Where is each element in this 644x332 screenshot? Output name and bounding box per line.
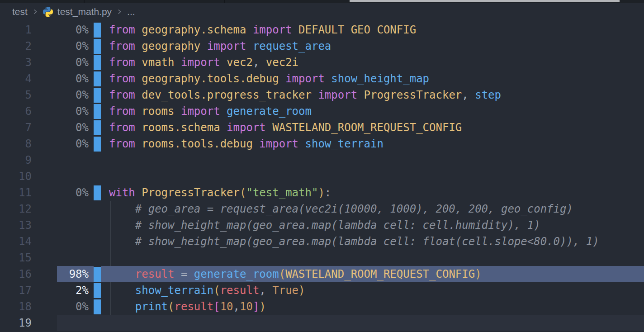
- line-number[interactable]: 13: [0, 217, 32, 233]
- python-icon: [43, 7, 53, 17]
- code-line[interactable]: 10: [0, 168, 644, 185]
- coverage-block: [94, 38, 101, 54]
- line-number[interactable]: 5: [0, 87, 32, 103]
- code-line[interactable]: 180% print(result[10,10]): [0, 299, 644, 315]
- code-line[interactable]: 9: [0, 152, 644, 168]
- code-text: print(result[10,10]): [109, 299, 266, 315]
- profile-percentage: [32, 315, 89, 331]
- coverage-block: [94, 136, 101, 152]
- gutter-slot: [94, 119, 101, 136]
- code-text: result = generate_room(WASTELAND_ROOM_RE…: [109, 266, 482, 282]
- code-line[interactable]: 50%from dev_tools.progress_tracker impor…: [0, 87, 644, 103]
- line-number[interactable]: 16: [0, 266, 32, 282]
- line-number[interactable]: 18: [0, 299, 32, 315]
- gutter-slot: [94, 233, 101, 250]
- coverage-block: [94, 282, 101, 299]
- code-line[interactable]: 10%from geography.schema import DEFAULT_…: [0, 22, 644, 38]
- code-text: show_terrain(result, True): [109, 282, 305, 299]
- code-text: # show_height_map(geo_area.map(lambda ce…: [109, 233, 599, 250]
- chevron-right-icon: [32, 9, 38, 15]
- line-number[interactable]: 6: [0, 103, 32, 119]
- code-text: # geo_area = request_area(vec2i(10000, 1…: [109, 201, 573, 217]
- line-number[interactable]: 10: [0, 168, 32, 185]
- line-number[interactable]: 2: [0, 38, 32, 54]
- profile-percentage: 0%: [32, 185, 89, 201]
- line-number[interactable]: 15: [0, 250, 32, 266]
- profile-percentage: 2%: [32, 282, 89, 299]
- code-line[interactable]: 19: [0, 315, 644, 331]
- gutter-slot: [94, 299, 101, 315]
- profile-percentage: 0%: [32, 71, 89, 87]
- tab-separator: [84, 0, 85, 3]
- code-text: from geography.schema import DEFAULT_GEO…: [109, 22, 416, 38]
- line-number[interactable]: 19: [0, 315, 32, 331]
- coverage-block: [94, 87, 101, 103]
- gutter-slot: [94, 152, 101, 168]
- gutter-slot: [94, 87, 101, 103]
- code-text: from geography import request_area: [109, 38, 331, 54]
- code-line[interactable]: 60%from rooms import generate_room: [0, 103, 644, 119]
- profile-percentage: [32, 233, 89, 250]
- code-line[interactable]: 30%from vmath import vec2, vec2i: [0, 54, 644, 71]
- code-line[interactable]: 40%from geography.tools.debug import sho…: [0, 71, 644, 87]
- code-line[interactable]: 20%from geography import request_area: [0, 38, 644, 54]
- line-number[interactable]: 9: [0, 152, 32, 168]
- code-line[interactable]: 70%from rooms.schema import WASTELAND_RO…: [0, 119, 644, 136]
- profile-percentage: [32, 217, 89, 233]
- profile-percentage: 0%: [32, 22, 89, 38]
- line-number[interactable]: 3: [0, 54, 32, 71]
- code-text: from dev_tools.progress_tracker import P…: [109, 87, 501, 103]
- line-number[interactable]: 4: [0, 71, 32, 87]
- profile-percentage: [32, 201, 89, 217]
- code-line[interactable]: 14 # show_height_map(geo_area.map(lambda…: [0, 233, 644, 250]
- profile-percentage: [32, 250, 89, 266]
- gutter-slot: [94, 54, 101, 71]
- gutter-slot: [94, 282, 101, 299]
- coverage-block: [94, 22, 101, 38]
- profile-percentage: 0%: [32, 299, 89, 315]
- line-number[interactable]: 7: [0, 119, 32, 136]
- profile-percentage: 0%: [32, 136, 89, 152]
- line-number[interactable]: 11: [0, 185, 32, 201]
- code-line[interactable]: 15: [0, 250, 644, 266]
- code-line[interactable]: 13 # show_height_map(geo_area.map(lambda…: [0, 217, 644, 233]
- horizontal-scrollbar[interactable]: [350, 0, 620, 2]
- tab-separator: [224, 0, 225, 3]
- code-editor[interactable]: 10%from geography.schema import DEFAULT_…: [0, 20, 644, 332]
- code-text: # show_height_map(geo_area.map(lambda ce…: [109, 217, 540, 233]
- code-text: with ProgressTracker("test_math"):: [109, 185, 331, 201]
- code-text: from geography.tools.debug import show_h…: [109, 71, 429, 87]
- breadcrumb-symbol-more[interactable]: ...: [127, 6, 135, 17]
- code-line[interactable]: 1698% result = generate_room(WASTELAND_R…: [0, 266, 644, 282]
- code-line[interactable]: 80%from rooms.tools.debug import show_te…: [0, 136, 644, 152]
- profile-percentage: 0%: [32, 119, 89, 136]
- profile-percentage: 0%: [32, 87, 89, 103]
- line-number[interactable]: 17: [0, 282, 32, 299]
- line-number[interactable]: 12: [0, 201, 32, 217]
- profile-percentage: [32, 152, 89, 168]
- coverage-block: [94, 54, 101, 71]
- coverage-block: [94, 119, 101, 136]
- code-line[interactable]: 172% show_terrain(result, True): [0, 282, 644, 299]
- profile-percentage: 0%: [32, 38, 89, 54]
- code-line[interactable]: 110%with ProgressTracker("test_math"):: [0, 185, 644, 201]
- profile-percentage: 98%: [32, 266, 89, 282]
- line-number[interactable]: 8: [0, 136, 32, 152]
- coverage-block: [94, 185, 101, 201]
- gutter-slot: [94, 185, 101, 201]
- chevron-right-icon: [116, 9, 123, 15]
- breadcrumb-folder[interactable]: test: [12, 6, 28, 17]
- profile-percentage: 0%: [32, 54, 89, 71]
- gutter-slot: [94, 201, 101, 217]
- current-line-highlight: [57, 315, 644, 331]
- gutter-slot: [94, 103, 101, 119]
- gutter-slot: [94, 22, 101, 38]
- code-line[interactable]: 12 # geo_area = request_area(vec2i(10000…: [0, 201, 644, 217]
- breadcrumb-file[interactable]: test_math.py: [57, 6, 112, 17]
- gutter-slot: [94, 168, 101, 185]
- editor-lines: 10%from geography.schema import DEFAULT_…: [0, 22, 644, 331]
- line-number[interactable]: 1: [0, 22, 32, 38]
- breadcrumb: test test_math.py ...: [0, 3, 644, 20]
- code-text: from rooms.schema import WASTELAND_ROOM_…: [109, 119, 462, 136]
- line-number[interactable]: 14: [0, 233, 32, 250]
